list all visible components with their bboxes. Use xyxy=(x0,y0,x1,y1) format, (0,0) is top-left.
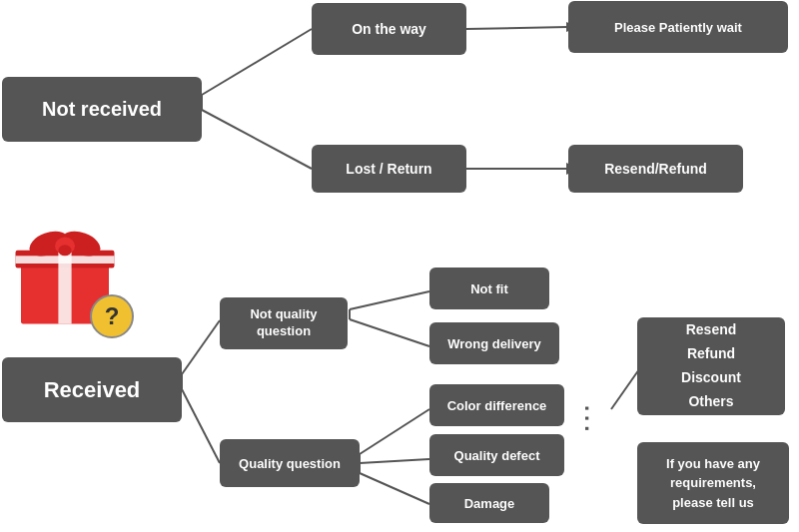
svg-line-17 xyxy=(611,369,639,409)
received-node: Received xyxy=(2,357,182,422)
svg-line-15 xyxy=(360,473,429,504)
svg-line-0 xyxy=(202,29,312,95)
please-wait-node: Please Patiently wait xyxy=(568,1,788,53)
question-mark-icon: ? xyxy=(90,294,134,338)
not-fit-node: Not fit xyxy=(429,267,549,309)
flowchart: ? Not received On the way Please Patient… xyxy=(0,0,799,532)
resend-options-node: Resend Refund Discount Others xyxy=(637,317,785,415)
lost-return-node: Lost / Return xyxy=(312,145,466,193)
svg-line-7 xyxy=(182,320,220,374)
not-received-node: Not received xyxy=(2,77,202,142)
if-requirements-node: If you have any requirements, please tel… xyxy=(637,442,789,524)
svg-line-1 xyxy=(466,27,568,29)
damage-node: Damage xyxy=(429,483,549,523)
svg-line-11 xyxy=(350,319,429,346)
svg-line-13 xyxy=(360,409,429,454)
color-difference-node: Color difference xyxy=(429,384,564,426)
svg-line-14 xyxy=(360,459,429,463)
quality-defect-node: Quality defect xyxy=(429,434,564,476)
quality-question-node: Quality question xyxy=(220,439,360,487)
not-quality-question-node: Not quality question xyxy=(220,297,348,349)
svg-point-25 xyxy=(58,245,71,256)
wrong-delivery-node: Wrong delivery xyxy=(429,322,559,364)
svg-line-10 xyxy=(350,291,429,309)
dots-connector: ··· xyxy=(573,405,599,435)
on-the-way-node: On the way xyxy=(312,3,466,55)
svg-rect-21 xyxy=(16,256,115,264)
svg-line-3 xyxy=(202,110,312,169)
resend-refund-top-node: Resend/Refund xyxy=(568,145,743,193)
svg-line-8 xyxy=(182,389,220,463)
